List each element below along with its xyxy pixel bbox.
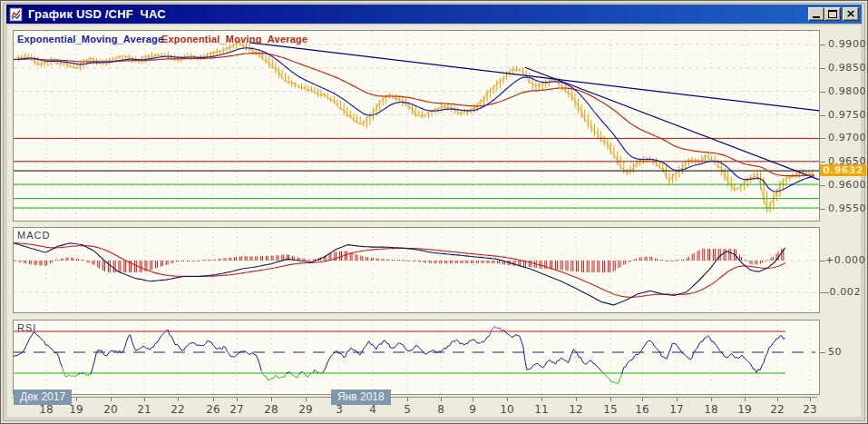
date-axis-tick	[473, 398, 473, 401]
date-axis-label: 5	[395, 403, 419, 416]
date-axis-line	[13, 397, 817, 398]
date-axis-label: 18	[699, 403, 723, 416]
price-axis-label: 0.9750	[828, 109, 866, 121]
price-axis-tick	[820, 138, 825, 139]
date-axis-tick	[777, 398, 778, 401]
price-axis-tick	[820, 185, 825, 186]
price-axis-label: 0.9600	[828, 179, 866, 191]
macd-label: MACD	[17, 230, 50, 241]
price-axis-label: 0.9800	[828, 85, 866, 97]
date-axis-label: 4	[361, 403, 385, 416]
date-axis-label: 19	[733, 403, 756, 416]
date-axis-tick	[144, 398, 145, 401]
date-axis-label: 20	[99, 403, 122, 416]
date-axis-label: 29	[294, 403, 317, 416]
price-axis-label: 0.9700	[828, 132, 866, 143]
date-axis-tick	[507, 398, 508, 401]
date-axis-label: 26	[201, 403, 225, 416]
date-axis-label: 8	[429, 403, 453, 416]
macd-axis-label: -0.002	[825, 286, 861, 298]
date-axis-tick	[76, 398, 77, 401]
date-axis-label: 22	[766, 403, 789, 416]
date-axis-label: 23	[798, 403, 822, 416]
date-axis-label: 16	[630, 403, 654, 416]
date-axis-tick	[271, 398, 272, 401]
date-axis-label: 3	[327, 403, 351, 416]
date-axis-tick	[610, 398, 611, 401]
date-axis-tick	[178, 398, 179, 401]
month-badge: Янв 2018	[331, 389, 391, 405]
date-axis-tick	[111, 398, 112, 401]
axes-layer: 0.99000.98500.98000.97500.97000.96500.96…	[0, 0, 868, 424]
date-axis-label: 9	[461, 403, 484, 416]
price-axis-tick	[820, 209, 825, 210]
date-axis-label: 10	[495, 403, 519, 416]
current-price-tag: 0.9632	[820, 164, 866, 176]
date-axis-tick	[306, 398, 307, 401]
rsi-axis-tick	[820, 352, 825, 353]
rsi-axis-label: 50	[828, 346, 842, 358]
date-axis-tick	[711, 398, 712, 401]
date-axis-tick	[407, 398, 408, 401]
price-axis-label: 0.9550	[828, 202, 866, 214]
date-axis-tick	[677, 398, 678, 401]
date-axis-label: 27	[225, 403, 249, 416]
price-axis-label: 0.9850	[828, 62, 866, 74]
date-axis-tick	[441, 398, 442, 401]
date-axis-tick	[541, 398, 542, 401]
date-axis-tick	[642, 398, 643, 401]
price-axis-tick	[820, 68, 825, 69]
date-axis-tick	[576, 398, 577, 401]
price-axis-label: 0.9900	[828, 38, 866, 50]
price-axis-tick	[820, 44, 825, 45]
month-badge: Дек 2017	[14, 389, 72, 405]
price-axis-tick	[820, 115, 825, 116]
date-axis-label: 17	[665, 403, 688, 416]
ema-fast-legend: Exponential_Moving_Average	[17, 34, 163, 44]
chart-window: График USD /CHF ЧАС × Exponential_Moving…	[0, 0, 868, 424]
ema-slow-legend: Exponential_Moving_Average	[161, 34, 307, 44]
date-axis-tick	[745, 398, 746, 401]
date-axis-label: 22	[166, 403, 190, 416]
date-axis-label: 12	[564, 403, 588, 416]
date-axis-tick	[213, 398, 214, 401]
date-axis-label: 18	[34, 403, 58, 416]
date-axis-label: 11	[530, 403, 553, 416]
date-axis-label: 19	[64, 403, 88, 416]
macd-axis-label: +0.000	[825, 254, 865, 266]
price-axis-tick	[820, 162, 825, 163]
date-axis-label: 15	[599, 403, 622, 416]
date-axis-tick	[237, 398, 238, 401]
price-axis-tick	[820, 92, 825, 93]
rsi-label: RSI	[17, 322, 36, 333]
date-axis-tick	[810, 398, 811, 401]
date-axis-label: 28	[259, 403, 283, 416]
date-axis-label: 21	[132, 403, 156, 416]
